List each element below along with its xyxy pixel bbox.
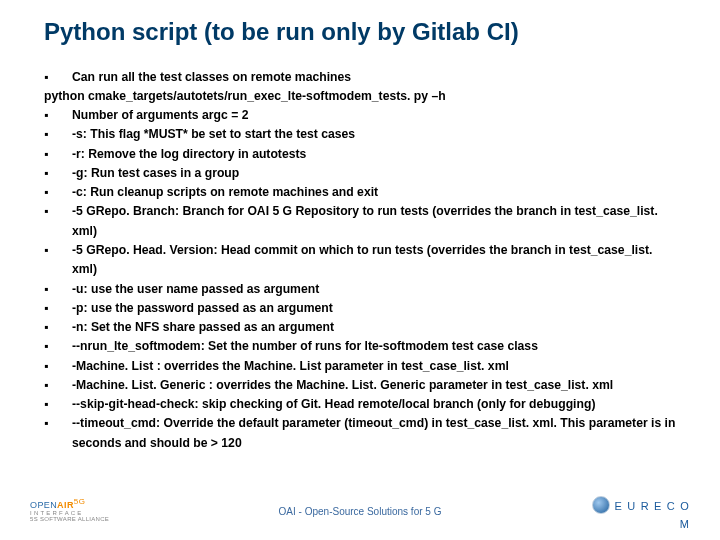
bullet-text: -u: use the user name passed as argument — [72, 280, 676, 299]
bullet-icon: ▪ — [44, 145, 72, 164]
list-item: ▪-5 GRepo. Head. Version: Head commit on… — [44, 241, 676, 280]
list-item: ▪-p: use the password passed as an argum… — [44, 299, 676, 318]
list-item: ▪-u: use the user name passed as argumen… — [44, 280, 676, 299]
page-title: Python script (to be run only by Gitlab … — [44, 18, 676, 46]
eurecom-logo: E U R E C O M — [590, 496, 690, 533]
bullet-text: -Machine. List : overrides the Machine. … — [72, 357, 676, 376]
list-item: ▪--skip-git-head-check: skip checking of… — [44, 395, 676, 414]
bullet-text: -p: use the password passed as an argume… — [72, 299, 676, 318]
list-item: ▪-Machine. List. Generic : overrides the… — [44, 376, 676, 395]
bullet-text: -n: Set the NFS share passed as an argum… — [72, 318, 676, 337]
oai-5g: 5G — [74, 497, 85, 506]
bullet-icon: ▪ — [44, 357, 72, 376]
slide: Python script (to be run only by Gitlab … — [0, 0, 720, 540]
bullet-icon: ▪ — [44, 280, 72, 299]
list-item: ▪-n: Set the NFS share passed as an argu… — [44, 318, 676, 337]
bullets-list: ▪Number of arguments argc = 2▪-s: This f… — [44, 106, 676, 453]
bullet-icon: ▪ — [44, 299, 72, 318]
intro-bullet: ▪ Can run all the test classes on remote… — [44, 68, 676, 87]
bullet-text: --nrun_lte_softmodem: Set the number of … — [72, 337, 676, 356]
list-item: ▪--timeout_cmd: Override the default par… — [44, 414, 676, 453]
bullet-icon: ▪ — [44, 241, 72, 260]
list-item: ▪-r: Remove the log directory in autotes… — [44, 145, 676, 164]
bullet-icon: ▪ — [44, 376, 72, 395]
bullet-text: -r: Remove the log directory in autotest… — [72, 145, 676, 164]
list-item: ▪Number of arguments argc = 2 — [44, 106, 676, 125]
eurecom-text: E U R E C O M — [614, 499, 690, 530]
bullet-icon: ▪ — [44, 318, 72, 337]
bullet-text: -c: Run cleanup scripts on remote machin… — [72, 183, 676, 202]
bullet-icon: ▪ — [44, 164, 72, 183]
list-item: ▪--nrun_lte_softmodem: Set the number of… — [44, 337, 676, 356]
bullet-icon: ▪ — [44, 183, 72, 202]
command-line: python cmake_targets/autotets/run_exec_l… — [44, 87, 676, 106]
eurecom-globe-icon — [592, 496, 610, 514]
bullet-icon: ▪ — [44, 68, 72, 87]
bullet-text: -s: This flag *MUST* be set to start the… — [72, 125, 676, 144]
bullet-text: -g: Run test cases in a group — [72, 164, 676, 183]
bullet-text: Number of arguments argc = 2 — [72, 106, 676, 125]
list-item: ▪-5 GRepo. Branch: Branch for OAI 5 G Re… — [44, 202, 676, 241]
body-content: ▪ Can run all the test classes on remote… — [44, 68, 676, 453]
footer: OPENAIR5G I N T E R F A C E 5S SOFTWARE … — [0, 494, 720, 534]
list-item: ▪-s: This flag *MUST* be set to start th… — [44, 125, 676, 144]
intro-text: Can run all the test classes on remote m… — [72, 68, 676, 87]
bullet-icon: ▪ — [44, 395, 72, 414]
bullet-text: -5 GRepo. Branch: Branch for OAI 5 G Rep… — [72, 202, 676, 241]
bullet-icon: ▪ — [44, 106, 72, 125]
bullet-icon: ▪ — [44, 202, 72, 221]
list-item: ▪-c: Run cleanup scripts on remote machi… — [44, 183, 676, 202]
bullet-text: -5 GRepo. Head. Version: Head commit on … — [72, 241, 676, 280]
bullet-text: --timeout_cmd: Override the default para… — [72, 414, 676, 453]
bullet-icon: ▪ — [44, 125, 72, 144]
bullet-text: -Machine. List. Generic : overrides the … — [72, 376, 676, 395]
bullet-text: --skip-git-head-check: skip checking of … — [72, 395, 676, 414]
bullet-icon: ▪ — [44, 414, 72, 433]
bullet-icon: ▪ — [44, 337, 72, 356]
list-item: ▪-Machine. List : overrides the Machine.… — [44, 357, 676, 376]
list-item: ▪-g: Run test cases in a group — [44, 164, 676, 183]
